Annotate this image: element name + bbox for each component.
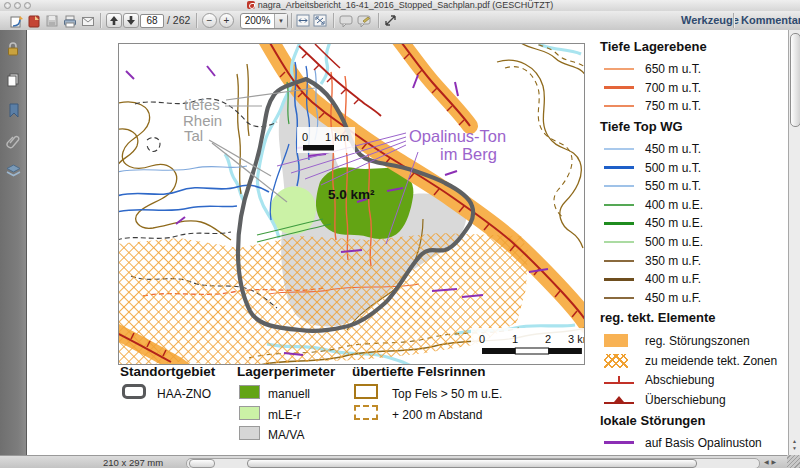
mler-swatch — [239, 406, 260, 420]
vertical-scrollbar[interactable]: ▲▼ — [788, 30, 800, 455]
horizontal-scroll-arrows[interactable]: ◀▶ — [764, 458, 779, 465]
line-swatch — [604, 68, 634, 70]
legend-item: 500 m u.E. — [600, 233, 796, 252]
toolbar-separator — [733, 13, 735, 28]
window-title-area: nagra_Arbeitsbericht_16-41_2016_Stopped_… — [0, 0, 800, 11]
legend-item-label: + 200 m Abstand — [392, 408, 482, 422]
horizontal-scrollbar[interactable] — [186, 458, 760, 468]
tools-panel-button[interactable]: Werkzeuge — [681, 13, 739, 28]
geologic-map: 0 1 km 0 1 2 3 km tiefes Rhein Tal Opali… — [119, 44, 584, 364]
legend-item-label: 500 m u.T. — [645, 161, 701, 175]
haa-zno-swatch — [122, 384, 146, 399]
legend-item-label: 500 m u.E. — [645, 235, 703, 249]
next-page-button[interactable] — [123, 13, 139, 28]
line-swatch — [604, 222, 634, 225]
window-title: nagra_Arbeitsbericht_16-41_2016_Stopped_… — [258, 0, 554, 10]
horizontal-scrollbar-thumb[interactable] — [247, 459, 697, 468]
toolbar-separator — [291, 13, 293, 28]
scroll-down-icon[interactable]: ▼ — [792, 445, 797, 452]
legend-heading: Standortgebiet — [120, 364, 215, 379]
legend-item-label: reg. Störungszonen — [645, 334, 750, 348]
zoom-level-value: 200% — [241, 14, 274, 28]
fit-page-button[interactable] — [313, 13, 327, 28]
page-number-input[interactable]: 68 — [140, 14, 164, 28]
sticky-note-button[interactable] — [339, 13, 353, 28]
line-swatch — [604, 297, 634, 299]
line-swatch — [604, 185, 634, 187]
email-icon — [81, 14, 95, 28]
legend-item: 550 m u.T. — [600, 177, 796, 196]
legend-item: 350 m u.F. — [600, 251, 796, 270]
felsrinnen-dashed-swatch — [354, 405, 378, 420]
map-legend-right: Tiefe Lagerebene 650 m u.T. 700 m u.T. 7… — [600, 36, 796, 452]
status-bar: 210 x 297 mm ◀▶ — [0, 455, 800, 468]
save-icon — [45, 14, 59, 28]
pages-icon — [6, 72, 20, 87]
create-pdf-button[interactable] — [26, 13, 42, 28]
legend-item-label: Top Fels > 50 m u.E. — [392, 387, 502, 401]
layers-icon — [6, 164, 21, 178]
layers-panel-button[interactable] — [4, 162, 22, 180]
highlight-comment-button[interactable] — [357, 13, 371, 28]
legend-item: 450 m u.F. — [600, 289, 796, 308]
zoom-out-button[interactable]: − — [202, 13, 217, 28]
chevron-down-icon: ▼ — [274, 14, 287, 28]
manuell-swatch — [239, 385, 260, 399]
previous-page-button[interactable] — [106, 13, 122, 28]
open-icon — [9, 14, 23, 28]
line-swatch — [604, 241, 634, 243]
bookmarks-panel-button[interactable] — [4, 101, 22, 119]
legend-item-label: zu meidende tekt. Zonen — [645, 354, 777, 368]
comment-panel-button[interactable]: Kommentar — [741, 13, 800, 28]
vertical-scrollbar-thumb[interactable] — [790, 33, 800, 127]
legend-item: 700 m u.T. — [600, 79, 796, 98]
paperclip-icon — [6, 134, 20, 149]
legend-item-label: 400 m u.F. — [645, 272, 701, 286]
avoid-zone-crosshatch — [119, 233, 528, 364]
page-total-label: / 262 — [167, 14, 190, 27]
scale-bar-1km: 0 1 km — [297, 127, 355, 153]
line-swatch — [604, 86, 634, 89]
legend-item-label: 700 m u.T. — [645, 81, 701, 95]
fit-width-button[interactable] — [296, 13, 310, 28]
print-button[interactable] — [62, 13, 78, 28]
lock-icon — [6, 41, 20, 56]
legend-heading: übertiefte Felsrinnen — [352, 364, 486, 379]
legend-item: 450 m u.T. — [600, 140, 796, 159]
scroll-up-icon[interactable]: ▲ — [792, 438, 797, 445]
vertical-scroll-arrows[interactable]: ▲▼ — [789, 437, 800, 453]
legend-heading: Tiefe Lagerebene — [600, 39, 796, 55]
line-swatch — [604, 166, 634, 169]
svg-text:2: 2 — [545, 333, 551, 345]
legend-item: 400 m u.E. — [600, 196, 796, 215]
save-button[interactable] — [44, 13, 60, 28]
legend-item-label: 550 m u.T. — [645, 179, 701, 193]
legend-item: 650 m u.T. — [600, 60, 796, 79]
legend-item: zu meidende tekt. Zonen — [600, 351, 796, 371]
open-file-button[interactable] — [8, 13, 24, 28]
fullscreen-button[interactable] — [384, 13, 397, 28]
rheintal-label-line1: tiefes — [184, 96, 220, 113]
toolbar-separator — [196, 13, 198, 28]
page-down-icon — [127, 16, 135, 25]
horizontal-scrollbar-nub[interactable] — [189, 459, 215, 468]
legend-item-label: 450 m u.T. — [645, 142, 701, 156]
security-panel-button[interactable] — [4, 39, 22, 57]
attachments-panel-button[interactable] — [4, 132, 22, 150]
fault-zone-swatch — [604, 334, 628, 347]
comment-pencil-icon — [357, 15, 371, 27]
acrobat-window: nagra_Arbeitsbericht_16-41_2016_Stopped_… — [0, 0, 800, 468]
email-button[interactable] — [80, 13, 96, 28]
area-label: 5.0 km² — [328, 187, 375, 202]
zoom-in-button[interactable]: + — [219, 13, 234, 28]
legend-item-label: Überschiebung — [645, 393, 726, 407]
page-thumbnails-button[interactable] — [4, 70, 22, 88]
line-swatch — [604, 441, 634, 444]
felsrinnen-solid-swatch — [354, 384, 378, 399]
legend-item: 400 m u.F. — [600, 270, 796, 289]
zoom-level-select[interactable]: 200% ▼ — [240, 13, 288, 29]
legend-item: Abschiebung — [600, 370, 796, 390]
svg-text:1 km: 1 km — [325, 131, 349, 143]
window-resize-grip[interactable] — [787, 455, 800, 468]
legend-item: Überschiebung — [600, 390, 796, 410]
